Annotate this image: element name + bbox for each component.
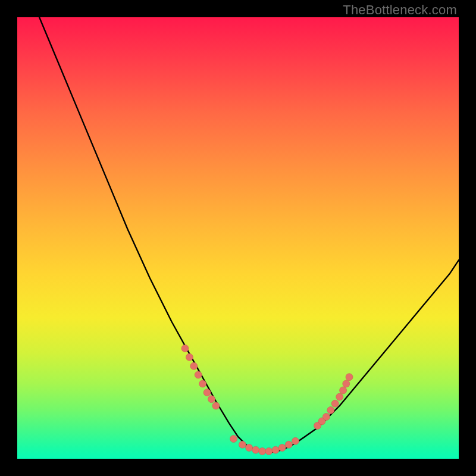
marker-dot <box>272 446 279 453</box>
plot-area <box>17 17 459 459</box>
marker-dot <box>181 345 189 352</box>
marker-dot <box>340 387 347 394</box>
marker-dot <box>252 446 259 453</box>
marker-dot <box>336 393 343 400</box>
marker-dot <box>203 389 211 396</box>
marker-dot <box>327 406 334 414</box>
marker-dot <box>212 402 220 409</box>
marker-dot <box>346 374 353 381</box>
marker-dot <box>322 414 330 421</box>
chart-svg <box>17 17 459 459</box>
marker-dot <box>265 447 273 455</box>
marker-dot <box>208 396 215 403</box>
marker-dot <box>343 380 350 387</box>
marker-group <box>181 345 353 455</box>
marker-dot <box>285 441 292 448</box>
marker-dot <box>186 353 193 361</box>
marker-dot <box>230 436 237 443</box>
marker-dot <box>246 444 253 452</box>
bottleneck-curve <box>39 17 459 452</box>
chart-frame: TheBottleneck.com <box>0 0 476 476</box>
marker-dot <box>190 362 198 369</box>
marker-dot <box>278 444 286 452</box>
watermark-text: TheBottleneck.com <box>343 2 457 18</box>
marker-dot <box>331 400 339 407</box>
marker-dot <box>195 371 202 378</box>
marker-dot <box>292 437 299 444</box>
marker-dot <box>259 447 266 455</box>
marker-dot <box>239 441 246 448</box>
marker-dot <box>199 380 206 387</box>
